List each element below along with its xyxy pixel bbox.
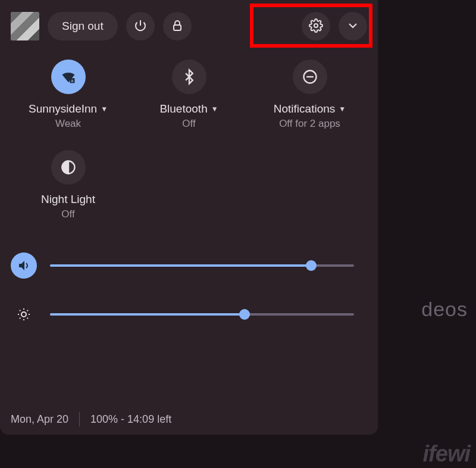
tile-notif-label-row: Notifications ▼ [274, 102, 346, 116]
tile-bluetooth[interactable]: Bluetooth ▼ Off [131, 60, 246, 130]
brightness-row [11, 301, 354, 327]
quick-settings-panel: Sign out [0, 0, 378, 435]
tile-night-label: Night Light [41, 193, 95, 206]
background-watermark: ifewi [423, 441, 470, 467]
status-footer: Mon, Apr 20 100% - 14:09 left [11, 399, 367, 426]
caret-down-icon: ▼ [339, 105, 346, 113]
tile-bt-label-row: Bluetooth ▼ [159, 102, 218, 116]
volume-fill [50, 264, 311, 267]
quick-tiles-grid: SunnysideInn ▼ Weak Bluetooth ▼ Off Noti… [11, 60, 367, 220]
tile-notif-label: Notifications [274, 102, 336, 116]
collapse-button[interactable] [339, 12, 367, 40]
night-light-icon [51, 150, 86, 185]
brightness-fill [50, 313, 245, 316]
volume-slider[interactable] [50, 264, 354, 267]
svg-rect-0 [174, 25, 181, 30]
tile-night-light[interactable]: Night Light Off [11, 150, 126, 220]
power-button[interactable] [126, 12, 155, 40]
brightness-thumb[interactable] [239, 309, 250, 320]
chevron-down-icon [346, 18, 360, 35]
footer-divider [79, 412, 80, 426]
gear-icon [309, 18, 323, 35]
user-avatar[interactable] [11, 12, 39, 40]
settings-button[interactable] [302, 12, 330, 40]
svg-point-1 [314, 24, 318, 27]
bluetooth-icon [172, 60, 206, 94]
slider-section [11, 252, 367, 327]
brightness-slider[interactable] [50, 313, 354, 316]
tile-night-sub: Off [61, 208, 74, 220]
tile-notif-sub: Off for 2 apps [279, 118, 340, 130]
volume-thumb[interactable] [306, 260, 317, 271]
volume-icon[interactable] [11, 252, 37, 279]
top-row: Sign out [11, 7, 367, 45]
tile-bt-sub: Off [182, 118, 195, 130]
battery-text: 100% - 14:09 left [90, 413, 171, 426]
brightness-icon[interactable] [11, 301, 37, 327]
lock-icon [170, 18, 184, 35]
tile-empty [131, 150, 246, 220]
tile-empty [252, 150, 367, 220]
power-icon [133, 18, 148, 35]
volume-row [11, 252, 354, 279]
caret-down-icon: ▼ [211, 105, 218, 113]
date-text: Mon, Apr 20 [11, 413, 68, 426]
tile-wifi-label: SunnysideInn [29, 102, 97, 116]
tile-night-label-row: Night Light [41, 193, 95, 206]
svg-point-6 [21, 312, 26, 317]
tile-notifications[interactable]: Notifications ▼ Off for 2 apps [252, 60, 367, 130]
dnd-icon [293, 60, 327, 94]
lock-button[interactable] [163, 12, 192, 40]
tile-bt-label: Bluetooth [159, 102, 207, 116]
sign-out-button[interactable]: Sign out [48, 12, 118, 40]
tile-wifi[interactable]: SunnysideInn ▼ Weak [11, 60, 126, 130]
wifi-icon [51, 60, 86, 94]
background-text-fragment: deos [421, 298, 468, 321]
tile-wifi-label-row: SunnysideInn ▼ [29, 102, 108, 116]
caret-down-icon: ▼ [101, 105, 108, 113]
tile-wifi-sub: Weak [55, 118, 81, 130]
